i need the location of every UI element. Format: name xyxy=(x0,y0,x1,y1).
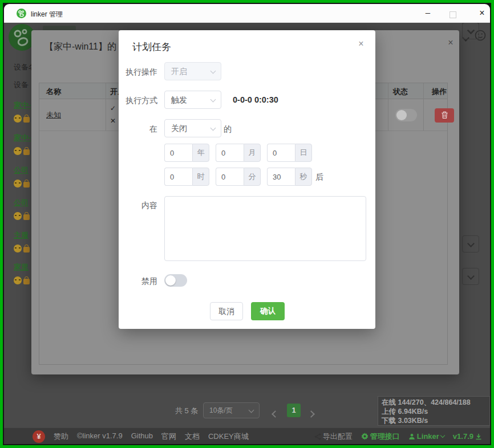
cross-icon: ✕ xyxy=(110,117,116,125)
device-name-link[interactable]: 公司 xyxy=(14,165,33,176)
minimize-button[interactable]: – xyxy=(421,6,435,20)
mode-select-value: 触发 xyxy=(171,95,187,104)
device-list-item[interactable]: 公司 xyxy=(14,165,33,189)
user-menu[interactable]: Linker xyxy=(408,432,444,441)
device-name-link[interactable]: 家里 xyxy=(14,262,33,272)
year-unit: 年 xyxy=(192,144,209,162)
second-input-group: 秒 xyxy=(267,168,312,186)
year-input[interactable] xyxy=(164,144,192,162)
content-textarea[interactable] xyxy=(164,196,366,261)
confirm-button[interactable]: 确认 xyxy=(251,302,285,320)
pagination-prev-button[interactable] xyxy=(273,409,278,419)
maximize-button[interactable] xyxy=(450,11,456,18)
footer-link[interactable]: CDKEY商城 xyxy=(208,431,249,442)
lock-icon xyxy=(23,149,30,155)
cancel-button[interactable]: 取消 xyxy=(210,302,243,320)
device-list-item[interactable]: 家中- xyxy=(14,100,33,124)
stat-upload: 上传 6.94KB/s xyxy=(382,407,486,416)
chevron-down-icon xyxy=(210,97,216,103)
page-size-value: 10条/页 xyxy=(209,406,233,414)
year-input-group: 年 xyxy=(164,144,209,162)
minute-unit: 分 xyxy=(244,168,261,186)
device-name-link[interactable]: 家中- xyxy=(14,133,33,143)
gear-icon xyxy=(361,433,369,440)
pagination-page-1[interactable]: 1 xyxy=(287,404,301,417)
device-list-item[interactable]: 家里 xyxy=(14,262,33,286)
disable-toggle[interactable] xyxy=(164,274,187,287)
hour-input[interactable] xyxy=(164,168,192,186)
lock-icon xyxy=(23,117,30,123)
admin-api-button[interactable]: 管理接口 xyxy=(361,431,400,442)
trash-icon xyxy=(441,111,448,119)
share-icon xyxy=(314,433,321,440)
filter-label-device-name: 设备名 xyxy=(14,62,32,72)
footer-link[interactable]: Github xyxy=(131,431,153,442)
second-input[interactable] xyxy=(267,168,295,186)
when-label: 在 xyxy=(119,124,157,135)
emoji-face-icon xyxy=(14,245,22,252)
action-select-value: 开启 xyxy=(171,67,187,76)
hour-unit: 时 xyxy=(192,168,209,186)
device-row-expand-button[interactable] xyxy=(462,268,479,285)
task-name-link[interactable]: 未知 xyxy=(46,110,61,120)
traffic-stats: 在线 144/270、424/864/188 上传 6.94KB/s 下载 3.… xyxy=(378,396,490,426)
stat-online: 在线 144/270、424/864/188 xyxy=(382,398,486,407)
device-status-icons xyxy=(14,180,33,189)
emoji-face-icon xyxy=(14,115,22,123)
device-row-expand-button[interactable] xyxy=(462,235,479,252)
pagination-next-button[interactable] xyxy=(309,409,314,419)
chevron-down-icon xyxy=(210,68,216,74)
device-name-link[interactable]: 公司 xyxy=(14,198,33,208)
lock-icon xyxy=(23,279,30,284)
action-label: 执行操作 xyxy=(119,67,157,78)
month-input-group: 月 xyxy=(216,144,261,162)
footer-link[interactable]: 官网 xyxy=(161,431,176,442)
when-select[interactable]: 关闭 xyxy=(164,119,221,137)
emoji-face-icon xyxy=(14,212,22,220)
sponsor-icon[interactable]: ¥ xyxy=(33,430,45,443)
check-icon: ✓ xyxy=(110,104,116,112)
delete-task-button[interactable] xyxy=(435,108,454,123)
footer-link[interactable]: 赞助 xyxy=(54,431,68,442)
col-action: 操作 xyxy=(432,87,447,97)
footer-links: 赞助©linker v1.7.9Github官网文档CDKEY商城 xyxy=(54,431,249,442)
when-select-value: 关闭 xyxy=(171,124,187,133)
close-icon[interactable]: × xyxy=(355,38,367,50)
device-list-item[interactable]: 家中- xyxy=(14,133,33,156)
minute-input[interactable] xyxy=(216,168,244,186)
page-size-select[interactable]: 10条/页 xyxy=(203,402,260,418)
task-enabled-toggle[interactable] xyxy=(395,109,417,121)
month-input[interactable] xyxy=(216,144,244,162)
minute-input-group: 分 xyxy=(216,168,261,186)
day-input[interactable] xyxy=(267,144,295,162)
chevron-down-icon xyxy=(210,125,216,131)
lock-icon xyxy=(23,247,30,252)
device-row-expand-button[interactable] xyxy=(462,22,479,39)
device-name-link[interactable]: 主服 xyxy=(14,230,33,241)
emoji-face-icon xyxy=(14,276,22,284)
device-list-item[interactable]: 主服 xyxy=(14,230,33,254)
mode-select[interactable]: 触发 xyxy=(164,91,221,109)
day-input-group: 日 xyxy=(267,144,312,162)
device-status-icons xyxy=(14,115,33,124)
task-times: ✓ ✕ xyxy=(110,102,116,127)
second-unit: 秒 xyxy=(295,168,312,186)
export-config-button[interactable]: 导出配置 xyxy=(314,431,353,442)
schedule-task-dialog-title: 计划任务 xyxy=(132,40,171,54)
footer-link[interactable]: 文档 xyxy=(185,431,200,442)
stat-download: 下载 3.03KB/s xyxy=(382,416,486,425)
mode-label: 执行方式 xyxy=(119,96,157,106)
version-download[interactable]: v1.7.9 xyxy=(453,432,482,441)
emoji-face-icon xyxy=(14,180,22,188)
close-icon[interactable]: × xyxy=(445,38,456,49)
device-tasks-dialog-title: 【家中-win11】的 xyxy=(44,41,116,53)
pagination-total: 共 5 条 xyxy=(175,406,198,416)
window-title: linker 管理 xyxy=(31,10,63,19)
device-status-icons xyxy=(14,245,33,254)
disable-label: 禁用 xyxy=(119,276,157,287)
app-logo-icon xyxy=(17,9,26,18)
footer-link[interactable]: ©linker v1.7.9 xyxy=(77,431,123,442)
device-name-link[interactable]: 家中- xyxy=(14,100,33,111)
close-window-button[interactable]: × xyxy=(475,6,489,20)
device-list-item[interactable]: 公司 xyxy=(14,198,33,221)
